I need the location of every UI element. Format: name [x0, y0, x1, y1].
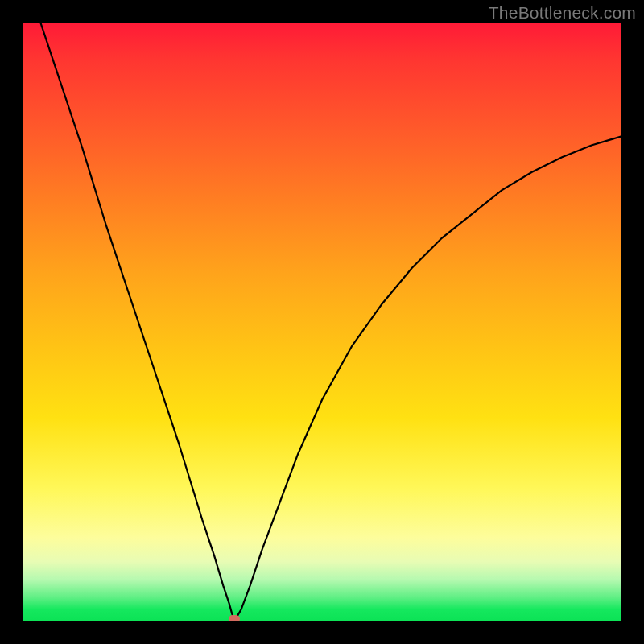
chart-frame: TheBottleneck.com: [0, 0, 644, 644]
bottleneck-curve-right: [235, 136, 621, 619]
plot-area: [23, 23, 621, 621]
bottleneck-curve-left: [40, 23, 235, 620]
watermark-text: TheBottleneck.com: [489, 3, 636, 23]
curve-svg: [23, 23, 621, 621]
optimal-point-marker: [229, 615, 240, 621]
